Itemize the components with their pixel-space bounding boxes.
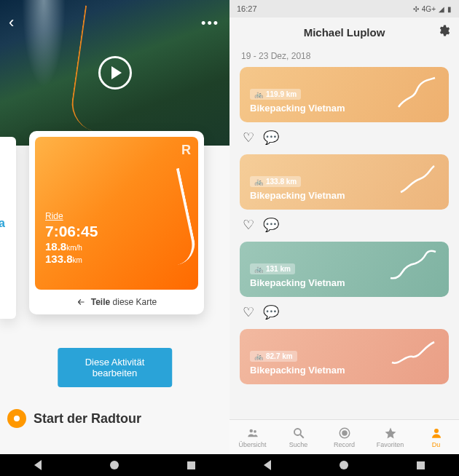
nav-home-button[interactable] xyxy=(340,461,348,469)
duration-value: 7:06:45 xyxy=(45,223,188,240)
nav-home-button[interactable] xyxy=(110,461,119,469)
status-time: 16:27 xyxy=(237,4,257,13)
star-icon xyxy=(384,427,397,440)
trip-route-icon xyxy=(388,336,439,373)
prev-card-peek[interactable]: a xyxy=(0,137,16,319)
start-label: Start der Radtour xyxy=(34,411,141,427)
nav-recent-button[interactable] xyxy=(417,461,425,469)
trip-actions: ♡ 💬 xyxy=(240,300,449,329)
tab-label: Du xyxy=(432,441,441,448)
svg-point-2 xyxy=(294,429,301,435)
trip-distance: 119.9 km xyxy=(266,90,297,98)
comment-button[interactable]: 💬 xyxy=(263,217,279,233)
distance-unit: km xyxy=(73,256,82,264)
distance-badge: 🚲 133.8 km xyxy=(250,176,301,187)
trip-feed[interactable]: 🚲 119.9 km Bikepacking Vietnam ♡ 💬 🚲 133… xyxy=(230,67,459,419)
nav-back-button[interactable] xyxy=(34,460,42,470)
svg-point-0 xyxy=(249,429,253,432)
comment-button[interactable]: 💬 xyxy=(263,304,279,320)
record-icon xyxy=(338,427,351,440)
distance-badge: 🚲 119.9 km xyxy=(250,89,301,100)
gear-icon xyxy=(437,24,450,37)
search-icon xyxy=(292,427,305,440)
share-action-label: Teile xyxy=(91,297,110,307)
speed-unit: km/h xyxy=(66,244,82,252)
network-label: 4G+ xyxy=(422,5,436,13)
edit-activity-button[interactable]: Diese Aktivität bearbeiten xyxy=(58,348,173,387)
back-button[interactable]: ‹ xyxy=(9,13,14,32)
svg-line-3 xyxy=(300,435,304,438)
tab-label: Suche xyxy=(289,441,308,448)
comment-button[interactable]: 💬 xyxy=(263,130,279,146)
distance-badge: 🚲 82.7 km xyxy=(250,351,297,362)
trip-card[interactable]: 🚲 119.9 km Bikepacking Vietnam xyxy=(240,67,449,122)
user-icon xyxy=(430,427,443,440)
tab-overview[interactable]: Übersicht xyxy=(230,420,275,454)
tab-favorites[interactable]: Favoriten xyxy=(367,420,413,454)
android-navbar xyxy=(230,454,459,476)
tab-record[interactable]: Record xyxy=(321,420,367,454)
svg-point-1 xyxy=(254,429,256,432)
signal-icon: ◢ xyxy=(439,5,444,13)
phone-right: 16:27 ✣ 4G+ ◢ ▮ Michael Luplow 19 - 23 D… xyxy=(230,0,459,476)
play-button[interactable] xyxy=(98,56,132,90)
phone-left: ‹ ••• a R Ride 7:06:45 18.8km/h 133.8km … xyxy=(0,0,230,476)
tab-you[interactable]: Du xyxy=(413,420,459,454)
bike-icon: 🚲 xyxy=(254,265,263,273)
status-bar: 16:27 ✣ 4G+ ◢ ▮ xyxy=(230,0,459,17)
trip-route-icon xyxy=(388,249,439,285)
like-button[interactable]: ♡ xyxy=(243,304,254,320)
speed-value: 18.8 xyxy=(45,240,66,253)
vibrate-icon: ✣ xyxy=(413,5,419,13)
date-range-label: 19 - 23 Dez, 2018 xyxy=(230,47,459,67)
tab-label: Übersicht xyxy=(238,441,266,448)
trip-route-icon xyxy=(395,74,439,111)
card-area: a R Ride 7:06:45 18.8km/h 133.8km Teile … xyxy=(0,146,230,454)
share-rest-label: diese Karte xyxy=(113,297,157,307)
activity-type-label: Ride xyxy=(45,211,188,221)
distance-value: 133.8 xyxy=(45,253,73,265)
tab-label: Record xyxy=(334,441,355,448)
start-row: Start der Radtour xyxy=(7,409,222,428)
more-button[interactable]: ••• xyxy=(201,16,219,31)
trip-distance: 82.7 km xyxy=(266,352,293,360)
trip-card[interactable]: 🚲 131 km Bikepacking Vietnam xyxy=(240,242,449,297)
stats-card-inner: R Ride 7:06:45 18.8km/h 133.8km xyxy=(35,137,198,290)
bike-icon: 🚲 xyxy=(254,90,263,98)
trip-card[interactable]: 🚲 133.8 km Bikepacking Vietnam xyxy=(240,154,449,210)
share-button[interactable]: Teile diese Karte xyxy=(35,290,198,309)
start-pin-icon xyxy=(7,409,26,428)
trip-distance: 131 km xyxy=(266,265,291,273)
people-icon xyxy=(246,427,259,440)
like-button[interactable]: ♡ xyxy=(243,217,254,233)
like-button[interactable]: ♡ xyxy=(243,130,254,146)
profile-header: Michael Luplow xyxy=(230,17,459,47)
trip-actions: ♡ 💬 xyxy=(240,213,449,242)
svg-point-6 xyxy=(434,429,439,433)
profile-name: Michael Luplow xyxy=(304,26,385,39)
speed-row: 18.8km/h xyxy=(45,240,188,253)
status-icons: ✣ 4G+ ◢ ▮ xyxy=(413,5,452,13)
nav-recent-button[interactable] xyxy=(187,461,195,469)
nav-back-button[interactable] xyxy=(264,460,271,470)
svg-point-5 xyxy=(342,431,347,435)
trip-actions: ♡ 💬 xyxy=(240,125,449,154)
bike-icon: 🚲 xyxy=(254,178,263,186)
relive-logo-icon: R xyxy=(181,143,191,158)
bike-icon: 🚲 xyxy=(254,352,263,360)
distance-row: 133.8km xyxy=(45,253,188,265)
distance-badge: 🚲 131 km xyxy=(250,263,295,274)
peek-accent-text: a xyxy=(0,217,5,230)
settings-button[interactable] xyxy=(437,24,450,41)
trip-distance: 133.8 km xyxy=(266,178,297,186)
stats-card[interactable]: R Ride 7:06:45 18.8km/h 133.8km Teile di… xyxy=(29,131,204,314)
trip-route-icon xyxy=(395,162,439,198)
android-navbar xyxy=(0,454,230,476)
tab-label: Favoriten xyxy=(377,441,404,448)
tab-search[interactable]: Suche xyxy=(275,420,321,454)
bottom-tabbar: Übersicht Suche Record Favoriten Du xyxy=(230,419,459,454)
battery-icon: ▮ xyxy=(447,5,452,13)
trip-card[interactable]: 🚲 82.7 km Bikepacking Vietnam xyxy=(240,329,449,384)
hero-map: ‹ ••• xyxy=(0,0,230,146)
share-icon xyxy=(76,297,87,307)
